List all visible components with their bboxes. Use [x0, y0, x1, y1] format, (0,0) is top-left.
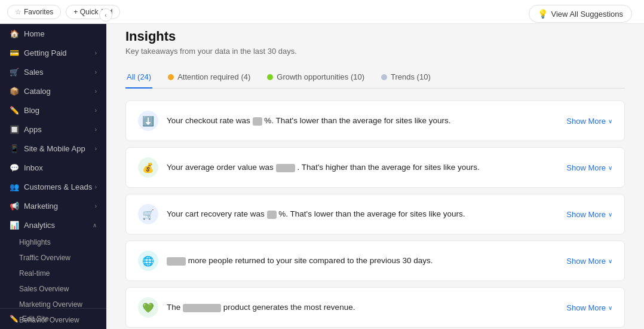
sidebar-sub-item-real-time[interactable]: Real-time [0, 266, 106, 281]
chevron-down-icon: ∨ [608, 258, 612, 264]
blurred-value-cart-recovery [267, 211, 277, 219]
inbox-icon: 💬 [10, 163, 19, 172]
edit-site-button[interactable]: ✏️Edit Site [0, 308, 106, 329]
insight-icon-cart-recovery: 🛒 [138, 204, 158, 224]
sidebar-item-left: 🛒 Sales [10, 67, 44, 77]
insight-text-top-revenue-product: The product generates the most revenue. [167, 303, 558, 312]
insight-text-returned-visitors: more people returned to your site compar… [167, 256, 558, 265]
tab-dot-trends [381, 74, 387, 80]
tab-attention[interactable]: Attention required (4) [167, 68, 252, 89]
sidebar-item-marketing[interactable]: 📢 Marketing › [0, 196, 106, 215]
sidebar-item-left: ✏️ Blog [10, 105, 39, 115]
sidebar-item-left: 🔲 Apps [10, 124, 42, 134]
show-more-label: Show More [566, 210, 606, 219]
sidebar-item-label: Home [24, 29, 45, 38]
show-more-button-checkout-rate[interactable]: Show More ∨ [566, 117, 612, 126]
sidebar-item-left: 📱 Site & Mobile App [10, 144, 85, 153]
sidebar-item-inbox[interactable]: 💬 Inbox [0, 158, 106, 177]
sidebar-item-site-mobile-app[interactable]: 📱 Site & Mobile App › [0, 139, 106, 158]
blurred-value-avg-order-value [276, 164, 295, 172]
show-more-button-returned-visitors[interactable]: Show More ∨ [566, 257, 612, 266]
page-subtitle: Key takeaways from your data in the last… [125, 47, 625, 56]
insight-icon-avg-order-value: 💰 [138, 157, 158, 178]
tab-label-growth: Growth opportunities (10) [277, 72, 364, 81]
page-header: Insights Key takeaways from your data in… [125, 29, 625, 56]
sidebar-item-analytics[interactable]: 📊 Analytics ∧ [0, 215, 106, 234]
chevron-icon: › [95, 203, 97, 209]
sidebar-item-label: Getting Paid [24, 48, 67, 57]
chevron-down-icon: ∨ [608, 211, 612, 218]
view-all-label: View All Suggestions [551, 10, 623, 19]
sidebar-item-catalog[interactable]: 📦 Catalog › [0, 81, 106, 100]
sidebar-item-getting-paid[interactable]: 💳 Getting Paid › [0, 43, 106, 62]
insights-list: ⬇️ Your checkout rate was %. That's lowe… [125, 100, 625, 329]
tab-trends[interactable]: Trends (10) [380, 68, 432, 89]
view-all-suggestions-button[interactable]: 💡 View All Suggestions [529, 5, 632, 23]
sidebar-item-label: Marketing [24, 202, 58, 211]
sidebar-item-label: Sales [24, 68, 44, 77]
tab-label-attention: Attention required (4) [177, 72, 250, 81]
tab-label-all: All (24) [127, 72, 151, 81]
chevron-icon: › [95, 145, 97, 152]
sidebar-item-apps[interactable]: 🔲 Apps › [0, 120, 106, 139]
sidebar-item-blog[interactable]: ✏️ Blog › [0, 100, 106, 120]
insight-card-returned-visitors: 🌐 more people returned to your site comp… [125, 240, 625, 281]
home-icon: 🏠 [10, 29, 19, 38]
sidebar-item-left: 👥 Customers & Leads [10, 182, 92, 191]
insight-card-checkout-rate: ⬇️ Your checkout rate was %. That's lowe… [125, 100, 625, 141]
blurred-value-returned-visitors [167, 257, 186, 266]
sidebar-sub-item-traffic-overview[interactable]: Traffic Overview [0, 250, 106, 266]
edit-site-label: Edit Site [22, 315, 49, 323]
chevron-icon: › [95, 107, 97, 114]
sidebar-item-label: Customers & Leads [24, 182, 92, 191]
star-icon: ☆ [15, 8, 22, 16]
sidebar: 🏠 Home 💳 Getting Paid › 🛒 Sales › 📦 Cata… [0, 0, 106, 329]
sidebar-item-left: 📢 Marketing [10, 201, 58, 211]
edit-icon: ✏️ [10, 315, 19, 323]
sidebar-item-left: 🏠 Home [10, 29, 45, 38]
quick-add-button[interactable]: + Quick Add [66, 5, 120, 19]
sidebar-item-label: Apps [24, 125, 42, 134]
collapse-sidebar-button[interactable]: ‹ [99, 8, 112, 22]
analytics-icon: 📊 [10, 220, 19, 230]
show-more-button-cart-recovery[interactable]: Show More ∨ [566, 210, 612, 219]
show-more-button-top-revenue-product[interactable]: Show More ∨ [566, 303, 612, 312]
favorites-button[interactable]: ☆ Favorites [7, 5, 61, 19]
sales-icon: 🛒 [10, 67, 19, 77]
site-mobile-app-icon: 📱 [10, 144, 19, 153]
show-more-button-avg-order-value[interactable]: Show More ∨ [566, 163, 612, 172]
insight-icon-top-revenue-product: 💚 [138, 297, 158, 318]
sidebar-item-home[interactable]: 🏠 Home [0, 24, 106, 43]
tab-all[interactable]: All (24) [125, 68, 152, 89]
show-more-label: Show More [566, 303, 606, 312]
tab-dot-growth [267, 74, 273, 80]
tab-growth[interactable]: Growth opportunities (10) [266, 68, 366, 89]
sidebar-item-label: Inbox [24, 163, 43, 172]
chevron-left-icon: ‹ [105, 12, 106, 19]
chevron-icon: › [95, 88, 97, 95]
tabs-bar: All (24)Attention required (4)Growth opp… [125, 68, 625, 89]
chevron-icon: › [95, 69, 97, 75]
favorites-label: Favorites [24, 8, 53, 16]
blurred-value-checkout-rate [253, 117, 262, 126]
tab-dot-attention [168, 74, 174, 80]
getting-paid-icon: 💳 [10, 48, 19, 57]
show-more-label: Show More [566, 163, 606, 172]
tab-label-trends: Trends (10) [391, 72, 431, 81]
sidebar-item-label: Blog [24, 106, 39, 115]
chevron-icon: › [95, 126, 97, 133]
sidebar-item-label: Site & Mobile App [24, 144, 85, 153]
insight-icon-checkout-rate: ⬇️ [138, 111, 158, 131]
sidebar-sub-item-highlights[interactable]: Highlights [0, 234, 106, 250]
show-more-label: Show More [566, 117, 606, 126]
sidebar-item-customers-leads[interactable]: 👥 Customers & Leads › [0, 177, 106, 196]
sidebar-sub-item-sales-overview[interactable]: Sales Overview [0, 281, 106, 297]
bulb-icon: 💡 [538, 9, 548, 19]
chevron-icon: › [95, 184, 97, 190]
customers-leads-icon: 👥 [10, 182, 19, 191]
blog-icon: ✏️ [10, 105, 19, 115]
sidebar-item-sales[interactable]: 🛒 Sales › [0, 62, 106, 81]
page-title: Insights [125, 29, 625, 44]
sidebar-item-label: Analytics [24, 221, 55, 230]
chevron-icon: ∧ [93, 222, 97, 229]
